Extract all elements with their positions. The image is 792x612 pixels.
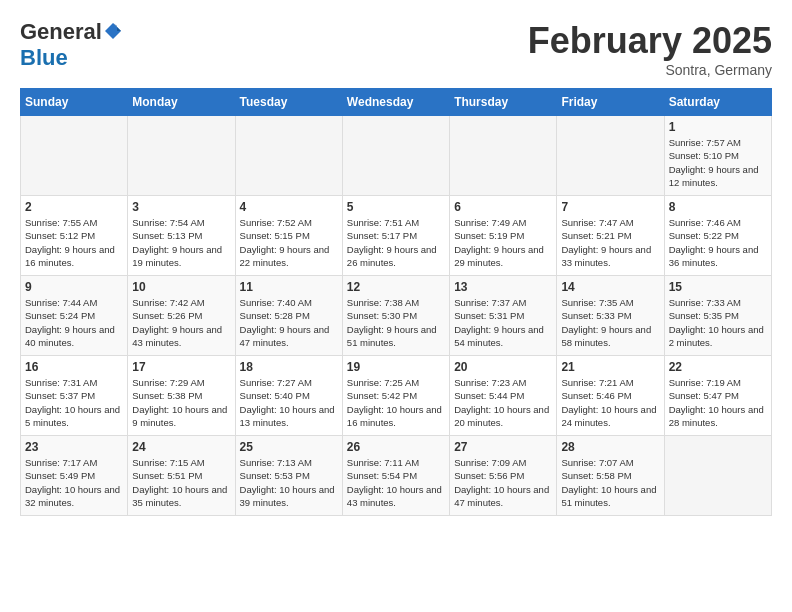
day-info: Sunrise: 7:44 AM Sunset: 5:24 PM Dayligh…: [25, 296, 123, 349]
day-number: 10: [132, 280, 230, 294]
logo: General Blue: [20, 20, 124, 70]
day-number: 17: [132, 360, 230, 374]
day-info: Sunrise: 7:21 AM Sunset: 5:46 PM Dayligh…: [561, 376, 659, 429]
calendar-cell: [235, 116, 342, 196]
calendar-cell: 20Sunrise: 7:23 AM Sunset: 5:44 PM Dayli…: [450, 356, 557, 436]
calendar-cell: 8Sunrise: 7:46 AM Sunset: 5:22 PM Daylig…: [664, 196, 771, 276]
weekday-header: Monday: [128, 89, 235, 116]
calendar-cell: 5Sunrise: 7:51 AM Sunset: 5:17 PM Daylig…: [342, 196, 449, 276]
calendar-cell: 4Sunrise: 7:52 AM Sunset: 5:15 PM Daylig…: [235, 196, 342, 276]
calendar-cell: 17Sunrise: 7:29 AM Sunset: 5:38 PM Dayli…: [128, 356, 235, 436]
day-info: Sunrise: 7:33 AM Sunset: 5:35 PM Dayligh…: [669, 296, 767, 349]
day-number: 13: [454, 280, 552, 294]
day-number: 4: [240, 200, 338, 214]
day-info: Sunrise: 7:57 AM Sunset: 5:10 PM Dayligh…: [669, 136, 767, 189]
calendar-cell: 24Sunrise: 7:15 AM Sunset: 5:51 PM Dayli…: [128, 436, 235, 516]
day-number: 6: [454, 200, 552, 214]
day-number: 19: [347, 360, 445, 374]
calendar-cell: [128, 116, 235, 196]
calendar-cell: 9Sunrise: 7:44 AM Sunset: 5:24 PM Daylig…: [21, 276, 128, 356]
calendar-cell: 16Sunrise: 7:31 AM Sunset: 5:37 PM Dayli…: [21, 356, 128, 436]
calendar-cell: 19Sunrise: 7:25 AM Sunset: 5:42 PM Dayli…: [342, 356, 449, 436]
day-info: Sunrise: 7:27 AM Sunset: 5:40 PM Dayligh…: [240, 376, 338, 429]
day-number: 8: [669, 200, 767, 214]
calendar-cell: 6Sunrise: 7:49 AM Sunset: 5:19 PM Daylig…: [450, 196, 557, 276]
calendar-cell: [450, 116, 557, 196]
day-info: Sunrise: 7:13 AM Sunset: 5:53 PM Dayligh…: [240, 456, 338, 509]
day-number: 24: [132, 440, 230, 454]
day-info: Sunrise: 7:15 AM Sunset: 5:51 PM Dayligh…: [132, 456, 230, 509]
calendar-cell: 12Sunrise: 7:38 AM Sunset: 5:30 PM Dayli…: [342, 276, 449, 356]
calendar-week-row: 1Sunrise: 7:57 AM Sunset: 5:10 PM Daylig…: [21, 116, 772, 196]
day-number: 27: [454, 440, 552, 454]
calendar-cell: [21, 116, 128, 196]
day-info: Sunrise: 7:29 AM Sunset: 5:38 PM Dayligh…: [132, 376, 230, 429]
day-number: 7: [561, 200, 659, 214]
day-info: Sunrise: 7:38 AM Sunset: 5:30 PM Dayligh…: [347, 296, 445, 349]
logo-blue: Blue: [20, 45, 68, 70]
day-info: Sunrise: 7:46 AM Sunset: 5:22 PM Dayligh…: [669, 216, 767, 269]
weekday-header: Saturday: [664, 89, 771, 116]
calendar-cell: 1Sunrise: 7:57 AM Sunset: 5:10 PM Daylig…: [664, 116, 771, 196]
calendar-cell: [557, 116, 664, 196]
calendar-cell: 28Sunrise: 7:07 AM Sunset: 5:58 PM Dayli…: [557, 436, 664, 516]
calendar-week-row: 16Sunrise: 7:31 AM Sunset: 5:37 PM Dayli…: [21, 356, 772, 436]
day-info: Sunrise: 7:40 AM Sunset: 5:28 PM Dayligh…: [240, 296, 338, 349]
day-number: 20: [454, 360, 552, 374]
day-info: Sunrise: 7:17 AM Sunset: 5:49 PM Dayligh…: [25, 456, 123, 509]
day-number: 14: [561, 280, 659, 294]
day-info: Sunrise: 7:55 AM Sunset: 5:12 PM Dayligh…: [25, 216, 123, 269]
calendar-cell: 23Sunrise: 7:17 AM Sunset: 5:49 PM Dayli…: [21, 436, 128, 516]
logo-icon: [103, 21, 123, 41]
calendar-cell: 11Sunrise: 7:40 AM Sunset: 5:28 PM Dayli…: [235, 276, 342, 356]
day-number: 22: [669, 360, 767, 374]
page-header: General Blue February 2025 Sontra, Germa…: [20, 20, 772, 78]
day-number: 16: [25, 360, 123, 374]
subtitle: Sontra, Germany: [528, 62, 772, 78]
day-number: 23: [25, 440, 123, 454]
day-number: 9: [25, 280, 123, 294]
day-number: 25: [240, 440, 338, 454]
day-number: 21: [561, 360, 659, 374]
day-info: Sunrise: 7:52 AM Sunset: 5:15 PM Dayligh…: [240, 216, 338, 269]
calendar-cell: 10Sunrise: 7:42 AM Sunset: 5:26 PM Dayli…: [128, 276, 235, 356]
day-info: Sunrise: 7:23 AM Sunset: 5:44 PM Dayligh…: [454, 376, 552, 429]
day-number: 11: [240, 280, 338, 294]
day-info: Sunrise: 7:25 AM Sunset: 5:42 PM Dayligh…: [347, 376, 445, 429]
calendar-cell: 3Sunrise: 7:54 AM Sunset: 5:13 PM Daylig…: [128, 196, 235, 276]
day-info: Sunrise: 7:54 AM Sunset: 5:13 PM Dayligh…: [132, 216, 230, 269]
day-info: Sunrise: 7:19 AM Sunset: 5:47 PM Dayligh…: [669, 376, 767, 429]
day-info: Sunrise: 7:49 AM Sunset: 5:19 PM Dayligh…: [454, 216, 552, 269]
day-info: Sunrise: 7:47 AM Sunset: 5:21 PM Dayligh…: [561, 216, 659, 269]
day-number: 5: [347, 200, 445, 214]
calendar-cell: 13Sunrise: 7:37 AM Sunset: 5:31 PM Dayli…: [450, 276, 557, 356]
weekday-header: Tuesday: [235, 89, 342, 116]
calendar-cell: 26Sunrise: 7:11 AM Sunset: 5:54 PM Dayli…: [342, 436, 449, 516]
day-info: Sunrise: 7:42 AM Sunset: 5:26 PM Dayligh…: [132, 296, 230, 349]
day-number: 18: [240, 360, 338, 374]
title-area: February 2025 Sontra, Germany: [528, 20, 772, 78]
day-number: 3: [132, 200, 230, 214]
day-number: 28: [561, 440, 659, 454]
calendar-cell: 22Sunrise: 7:19 AM Sunset: 5:47 PM Dayli…: [664, 356, 771, 436]
calendar-cell: [342, 116, 449, 196]
day-number: 26: [347, 440, 445, 454]
calendar-cell: 18Sunrise: 7:27 AM Sunset: 5:40 PM Dayli…: [235, 356, 342, 436]
weekday-header: Sunday: [21, 89, 128, 116]
weekday-header: Friday: [557, 89, 664, 116]
calendar-cell: 25Sunrise: 7:13 AM Sunset: 5:53 PM Dayli…: [235, 436, 342, 516]
day-info: Sunrise: 7:09 AM Sunset: 5:56 PM Dayligh…: [454, 456, 552, 509]
day-info: Sunrise: 7:51 AM Sunset: 5:17 PM Dayligh…: [347, 216, 445, 269]
day-number: 15: [669, 280, 767, 294]
weekday-header: Thursday: [450, 89, 557, 116]
day-info: Sunrise: 7:07 AM Sunset: 5:58 PM Dayligh…: [561, 456, 659, 509]
day-number: 12: [347, 280, 445, 294]
calendar-week-row: 2Sunrise: 7:55 AM Sunset: 5:12 PM Daylig…: [21, 196, 772, 276]
calendar-cell: 27Sunrise: 7:09 AM Sunset: 5:56 PM Dayli…: [450, 436, 557, 516]
day-info: Sunrise: 7:11 AM Sunset: 5:54 PM Dayligh…: [347, 456, 445, 509]
calendar-cell: [664, 436, 771, 516]
calendar-cell: 21Sunrise: 7:21 AM Sunset: 5:46 PM Dayli…: [557, 356, 664, 436]
day-info: Sunrise: 7:35 AM Sunset: 5:33 PM Dayligh…: [561, 296, 659, 349]
day-info: Sunrise: 7:37 AM Sunset: 5:31 PM Dayligh…: [454, 296, 552, 349]
month-title: February 2025: [528, 20, 772, 62]
